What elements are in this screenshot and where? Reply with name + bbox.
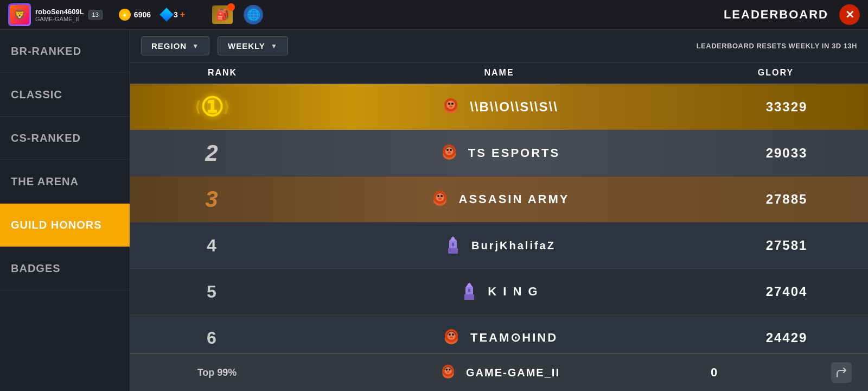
coin-icon: ● xyxy=(119,9,131,21)
svg-rect-23 xyxy=(452,243,454,246)
svg-point-11 xyxy=(450,149,452,151)
table-row: ⟨ ① ⟩ \\B\\ xyxy=(130,84,868,130)
glory-value-2: 29033 xyxy=(766,146,808,161)
main-layout: BR-RANKED CLASSIC CS-RANKED THE ARENA GU… xyxy=(0,30,868,391)
svg-rect-26 xyxy=(464,294,474,300)
sidebar-label-guild-honors: GUILD HONORS xyxy=(11,219,102,231)
table-row: 3 ASSASIN ARMY 27885 xyxy=(130,176,868,223)
diamond-icon xyxy=(159,8,173,21)
tower-icon-4 xyxy=(443,235,463,256)
sidebar-label-br-ranked: BR-RANKED xyxy=(11,45,81,58)
name-cell-3: ASSASIN ARMY xyxy=(293,183,705,216)
sidebar-item-br-ranked[interactable]: BR-RANKED xyxy=(0,30,130,73)
bottom-rank: Top 99% xyxy=(136,367,298,379)
globe-icon[interactable]: 🌐 xyxy=(244,5,263,24)
glory-value-3: 27885 xyxy=(766,192,808,207)
svg-marker-27 xyxy=(466,282,473,287)
svg-point-12 xyxy=(448,152,451,154)
rank-badge-2: 2 xyxy=(205,140,218,166)
svg-point-10 xyxy=(446,149,449,151)
weekly-dropdown[interactable]: WEEKLY ▼ xyxy=(218,36,288,55)
name-cell-6: TEAM⊙HIND xyxy=(293,321,705,353)
rank-number-6: 6 xyxy=(207,328,216,348)
name-cell-1: \\B\\O\\S\\S\\ xyxy=(293,91,705,123)
lion-icon-2 xyxy=(438,142,460,164)
svg-point-39 xyxy=(449,369,451,371)
glory-cell-3: 27885 xyxy=(705,186,868,212)
top-bar: 🦁 roboSen4609L GAME-GAME_II 13 ● 6906 3 … xyxy=(0,0,868,30)
rank-cell-4: 4 xyxy=(130,230,293,261)
bottom-glory-cell: 0 xyxy=(700,362,863,383)
svg-point-32 xyxy=(449,333,451,336)
rank-cell-5: 5 xyxy=(130,276,293,307)
name-cell-5: K I N G xyxy=(293,276,705,307)
glory-value-1: 33329 xyxy=(766,99,808,115)
svg-point-18 xyxy=(438,198,442,200)
laurel-right: ⟩ xyxy=(224,99,229,116)
rank-badge-3: 3 xyxy=(205,186,218,212)
region-dropdown[interactable]: REGION ▼ xyxy=(141,36,209,55)
sidebar-item-cs-ranked[interactable]: CS-RANKED xyxy=(0,117,130,160)
table-row: 2 TS ESPORTS 29033 xyxy=(130,130,868,176)
sidebar-label-cs-ranked: CS-RANKED xyxy=(11,132,81,144)
sidebar-item-guild-honors[interactable]: GUILD HONORS xyxy=(0,204,130,247)
lion-icon-bottom xyxy=(438,363,458,382)
diamond-value: 3 xyxy=(174,10,178,19)
col-glory-header: GLORY xyxy=(694,68,857,78)
svg-point-4 xyxy=(448,103,450,105)
team-name-2: TS ESPORTS xyxy=(468,146,560,160)
table-row: 5 K I N G 27404 xyxy=(130,269,868,315)
rank-number-5: 5 xyxy=(207,282,216,302)
weekly-label: WEEKLY xyxy=(228,41,265,51)
player-tag: GAME-GAME_II xyxy=(35,16,84,22)
player-name-section: roboSen4609L GAME-GAME_II xyxy=(35,8,84,22)
backpack-icon[interactable]: 🎒 xyxy=(212,5,233,24)
glory-cell-6: 24429 xyxy=(705,325,868,351)
table-row: 4 BurjKhalifaZ 27581 xyxy=(130,223,868,269)
table-body: ⟨ ① ⟩ \\B\\ xyxy=(130,84,868,353)
content-area: REGION ▼ WEEKLY ▼ LEADERBOARD RESETS WEE… xyxy=(130,30,868,391)
rank-number-4: 4 xyxy=(207,236,216,256)
glory-cell-4: 27581 xyxy=(705,232,868,258)
name-cell-2: TS ESPORTS xyxy=(293,137,705,169)
glory-cell-5: 27404 xyxy=(705,279,868,305)
bottom-name-cell: GAME-GAME_II xyxy=(298,363,700,382)
sidebar-item-classic[interactable]: CLASSIC xyxy=(0,73,130,117)
svg-point-16 xyxy=(437,195,439,197)
avatar: 🦁 xyxy=(8,3,31,26)
sidebar: BR-RANKED CLASSIC CS-RANKED THE ARENA GU… xyxy=(0,30,130,391)
bottom-player-name: GAME-GAME_II xyxy=(466,367,560,379)
table-row: 6 TEAM⊙HIND 24429 xyxy=(130,315,868,353)
svg-point-6 xyxy=(449,105,452,108)
lion-icon-6 xyxy=(441,327,462,349)
rank-cell-2: 2 xyxy=(130,135,293,172)
currency-section: ● 6906 3 + 🎒 🌐 xyxy=(119,5,263,24)
col-name-header: NAME xyxy=(304,68,694,78)
coin-value: 6906 xyxy=(134,10,151,19)
rank-number-1: ① xyxy=(200,92,224,122)
rank-number-2: 2 xyxy=(205,140,218,166)
bottom-rank-label: Top 99% xyxy=(197,367,237,378)
sidebar-item-badges[interactable]: BADGES xyxy=(0,247,130,291)
plus-icon[interactable]: + xyxy=(180,10,185,20)
svg-point-38 xyxy=(446,369,448,371)
sidebar-label-the-arena: THE ARENA xyxy=(11,175,79,188)
bottom-glory-value: 0 xyxy=(711,365,717,380)
leaderboard-title: LEADERBOARD xyxy=(724,8,828,22)
sidebar-item-the-arena[interactable]: THE ARENA xyxy=(0,160,130,204)
rank-number-3: 3 xyxy=(205,186,218,212)
region-arrow: ▼ xyxy=(192,42,199,50)
rank-cell-6: 6 xyxy=(130,323,293,354)
glory-cell-2: 29033 xyxy=(705,140,868,166)
team-name-4: BurjKhalifaZ xyxy=(471,239,556,252)
diamonds-display: 3 + xyxy=(162,10,185,20)
close-button[interactable]: ✕ xyxy=(839,4,860,25)
tower-icon-5 xyxy=(459,281,480,302)
top-right: LEADERBOARD ✕ xyxy=(724,4,860,25)
team-name-5: K I N G xyxy=(488,285,539,299)
share-button[interactable] xyxy=(831,362,852,383)
sidebar-label-badges: BADGES xyxy=(11,262,61,275)
share-icon xyxy=(835,367,847,379)
svg-point-34 xyxy=(450,336,453,338)
lion-icon-1 xyxy=(440,96,462,118)
